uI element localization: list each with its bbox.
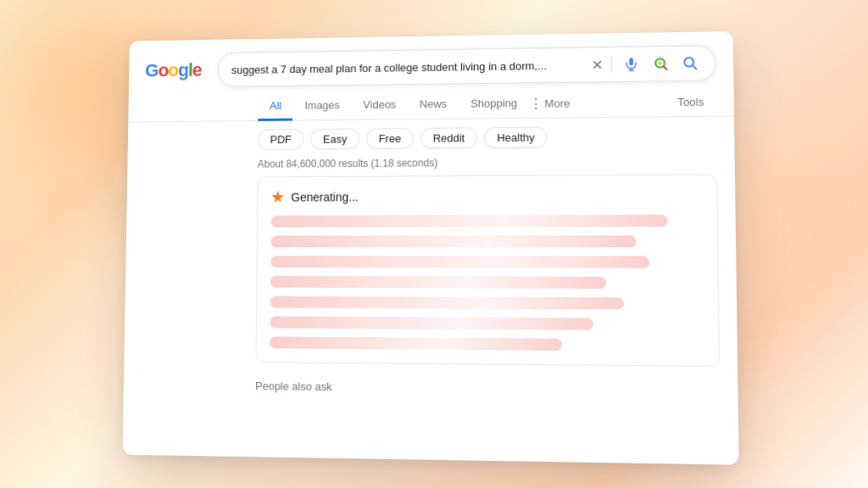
logo-letter-g: G bbox=[145, 60, 159, 81]
tab-news[interactable]: News bbox=[408, 91, 459, 119]
more-menu[interactable]: ⋮ More bbox=[529, 95, 570, 111]
skeleton-bar-6 bbox=[270, 316, 593, 330]
chip-reddit[interactable]: Reddit bbox=[420, 127, 477, 148]
ai-generating-box: Generating... bbox=[255, 174, 720, 366]
skeleton-bar-5 bbox=[270, 296, 624, 309]
more-dots-icon: ⋮ bbox=[529, 96, 542, 112]
chip-pdf[interactable]: PDF bbox=[258, 129, 304, 150]
skeleton-bar-3 bbox=[270, 256, 650, 269]
tab-images[interactable]: Images bbox=[293, 92, 352, 121]
skeleton-bar-7 bbox=[270, 336, 562, 351]
search-box[interactable]: suggest a 7 day meal plan for a college … bbox=[218, 45, 716, 86]
chip-healthy[interactable]: Healthy bbox=[484, 127, 548, 149]
skeleton-bar-4 bbox=[270, 276, 606, 289]
google-logo: Google bbox=[145, 59, 202, 81]
search-submit-icon[interactable] bbox=[680, 53, 701, 74]
icon-divider bbox=[611, 56, 612, 73]
mic-icon[interactable] bbox=[620, 54, 642, 75]
tools-button[interactable]: Tools bbox=[665, 88, 717, 115]
more-label: More bbox=[544, 97, 570, 109]
logo-letter-e: e bbox=[192, 59, 202, 80]
search-bar-area: Google suggest a 7 day meal plan for a c… bbox=[129, 31, 733, 88]
search-icons: ✕ bbox=[592, 53, 701, 75]
tab-videos[interactable]: Videos bbox=[352, 92, 409, 120]
tab-all[interactable]: All bbox=[258, 92, 292, 121]
chip-free[interactable]: Free bbox=[366, 128, 414, 149]
browser-card: Google suggest a 7 day meal plan for a c… bbox=[123, 31, 739, 465]
filter-chips: PDF Easy Free Reddit Healthy bbox=[128, 116, 735, 158]
skeleton-bar-1 bbox=[271, 214, 668, 227]
people-also-ask: People also ask bbox=[124, 371, 738, 397]
ai-generating-text: Generating... bbox=[291, 191, 359, 204]
logo-letter-g2: g bbox=[178, 59, 188, 80]
ai-header: Generating... bbox=[271, 189, 703, 204]
lens-icon[interactable] bbox=[650, 53, 671, 74]
tools-label: Tools bbox=[677, 96, 704, 108]
search-query-text: suggest a 7 day meal plan for a college … bbox=[231, 58, 585, 75]
nav-tabs: All Images Videos News Shopping ⋮ More T… bbox=[128, 80, 734, 122]
skeleton-bars bbox=[270, 214, 704, 352]
logo-letter-o1: o bbox=[158, 60, 168, 81]
browser-window: Google suggest a 7 day meal plan for a c… bbox=[119, 34, 729, 458]
skeleton-bar-2 bbox=[270, 236, 636, 247]
chip-easy[interactable]: Easy bbox=[310, 129, 359, 150]
clear-icon[interactable]: ✕ bbox=[592, 57, 603, 73]
logo-letter-o2: o bbox=[168, 60, 178, 81]
ai-sparkle-icon bbox=[271, 191, 285, 204]
tab-shopping[interactable]: Shopping bbox=[459, 90, 529, 119]
svg-rect-0 bbox=[629, 58, 633, 65]
